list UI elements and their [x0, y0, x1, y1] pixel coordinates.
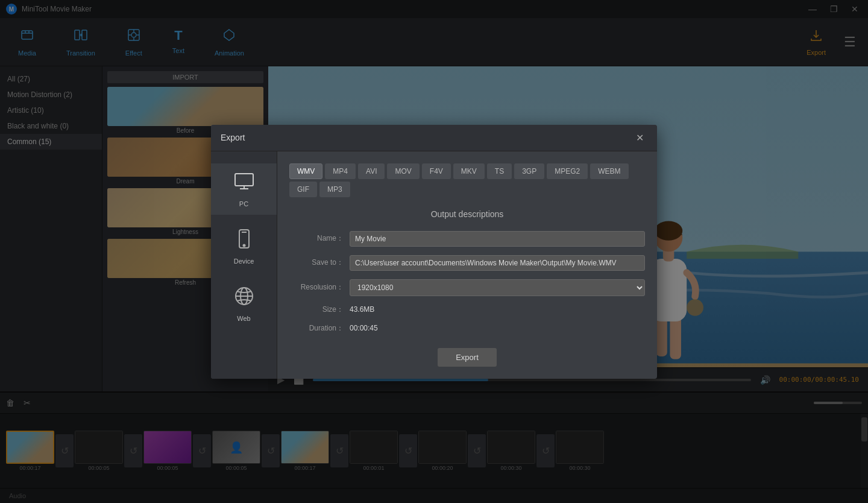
resolution-row: Resolusion： 1920x1080 1280x720 854x480 — [289, 279, 645, 296]
duration-label: Duration： — [289, 323, 344, 334]
modal-export-button[interactable]: Export — [438, 348, 497, 367]
svg-rect-27 — [235, 174, 253, 186]
format-mov[interactable]: MOV — [387, 163, 419, 179]
modal-overlay: Export ✕ PC — [0, 0, 868, 503]
format-avi[interactable]: AVI — [358, 163, 385, 179]
save-label: Save to： — [289, 258, 344, 268]
modal-header: Export ✕ — [211, 125, 657, 151]
web-label: Web — [237, 315, 250, 322]
modal-platforms: PC Device — [211, 151, 277, 379]
name-input[interactable] — [350, 231, 645, 247]
save-to-input[interactable] — [350, 255, 645, 271]
format-ts[interactable]: TS — [487, 163, 512, 179]
pc-label: PC — [239, 200, 248, 207]
device-label: Device — [234, 258, 254, 265]
size-label: Size： — [289, 305, 344, 315]
platform-web[interactable]: Web — [211, 278, 277, 329]
modal-body: PC Device — [211, 151, 657, 379]
modal-close-button[interactable]: ✕ — [632, 131, 647, 145]
size-row: Size： 43.6MB — [289, 305, 645, 315]
format-webm[interactable]: WEBM — [590, 163, 628, 179]
modal-right: WMV MP4 AVI MOV F4V MKV TS 3GP MPEG2 WEB… — [277, 151, 657, 379]
export-modal: Export ✕ PC — [211, 125, 657, 379]
format-wmv[interactable]: WMV — [289, 163, 322, 179]
pc-icon — [233, 171, 255, 197]
format-tabs: WMV MP4 AVI MOV F4V MKV TS 3GP MPEG2 WEB… — [289, 163, 645, 197]
format-gif[interactable]: GIF — [289, 182, 317, 197]
device-icon — [233, 228, 255, 254]
resolution-label: Resolusion： — [289, 282, 344, 293]
name-row: Name： — [289, 231, 645, 247]
resolution-select[interactable]: 1920x1080 1280x720 854x480 — [350, 279, 645, 296]
format-3gp[interactable]: 3GP — [514, 163, 544, 179]
format-mp4[interactable]: MP4 — [325, 163, 356, 179]
web-icon — [233, 285, 255, 311]
size-value: 43.6MB — [350, 305, 645, 314]
platform-device[interactable]: Device — [211, 221, 277, 272]
format-mpeg2[interactable]: MPEG2 — [547, 163, 588, 179]
format-mp3[interactable]: MP3 — [319, 182, 350, 197]
duration-value: 00:00:45 — [350, 324, 645, 332]
save-to-row: Save to： — [289, 255, 645, 271]
svg-point-31 — [243, 244, 245, 246]
platform-pc[interactable]: PC — [211, 163, 277, 215]
duration-row: Duration： 00:00:45 — [289, 323, 645, 334]
format-mkv[interactable]: MKV — [453, 163, 485, 179]
format-f4v[interactable]: F4V — [422, 163, 451, 179]
name-label: Name： — [289, 233, 344, 244]
output-title: Output descriptions — [289, 209, 645, 219]
modal-title: Export — [221, 133, 245, 142]
